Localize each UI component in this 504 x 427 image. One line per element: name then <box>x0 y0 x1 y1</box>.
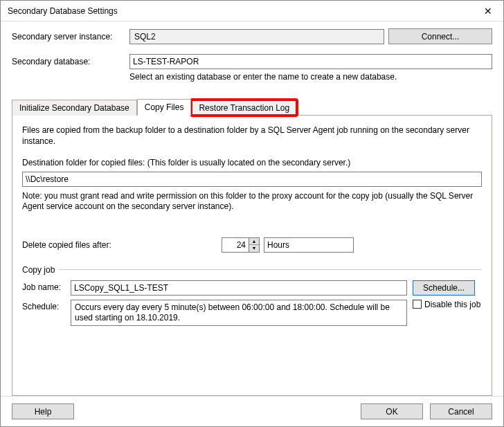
dialog-footer: Help OK Cancel <box>1 396 503 426</box>
titlebar: Secondary Database Settings ✕ <box>1 1 503 21</box>
schedule-button[interactable]: Schedule... <box>413 280 475 296</box>
tab-strip: Initialize Secondary Database Copy Files… <box>12 98 492 116</box>
tab-restore-log[interactable]: Restore Transaction Log <box>191 100 297 116</box>
job-name-input[interactable] <box>71 280 407 296</box>
job-name-label: Job name: <box>22 280 71 292</box>
ok-button[interactable]: OK <box>361 403 423 419</box>
content-area: Secondary server instance: SQL2 Connect.… <box>1 21 503 396</box>
delete-after-value[interactable] <box>222 237 249 253</box>
checkbox-icon <box>413 300 422 309</box>
divider <box>59 269 482 270</box>
tab-panel-copy-files: Files are copied from the backup folder … <box>12 116 492 396</box>
tab-copy-files[interactable]: Copy Files <box>137 99 192 116</box>
dialog-secondary-db-settings: Secondary Database Settings ✕ Secondary … <box>0 0 504 427</box>
delete-after-spinner[interactable]: ▲ ▼ <box>222 237 260 253</box>
copy-job-group: Copy job <box>22 265 482 275</box>
close-button[interactable]: ✕ <box>472 1 503 21</box>
delete-after-label: Delete copied files after: <box>22 240 222 250</box>
disable-job-label: Disable this job <box>424 300 480 309</box>
tab-initialize[interactable]: Initialize Secondary Database <box>12 100 137 116</box>
window-title: Secondary Database Settings <box>8 6 118 16</box>
disable-job-checkbox[interactable]: Disable this job <box>413 300 480 309</box>
secondary-db-label: Secondary database: <box>12 57 129 66</box>
secondary-db-combo[interactable]: LS-TEST-RAPOR <box>129 54 492 69</box>
close-icon: ✕ <box>484 6 492 17</box>
help-button[interactable]: Help <box>12 403 74 419</box>
copy-intro-text: Files are copied from the backup folder … <box>22 125 482 147</box>
permission-note: Note: you must grant read and write perm… <box>22 191 482 212</box>
spinner-up-icon[interactable]: ▲ <box>249 238 259 245</box>
dest-folder-input[interactable] <box>22 172 482 187</box>
copy-job-header: Copy job <box>22 265 59 275</box>
dest-folder-label: Destination folder for copied files: (Th… <box>22 158 482 169</box>
schedule-label: Schedule: <box>22 300 71 311</box>
delete-after-unit[interactable]: Hours <box>264 237 354 253</box>
server-instance-field: SQL2 <box>129 29 384 44</box>
spinner-buttons[interactable]: ▲ ▼ <box>249 237 260 253</box>
schedule-description: Occurs every day every 5 minute(s) betwe… <box>71 300 407 326</box>
server-instance-label: Secondary server instance: <box>12 32 129 42</box>
cancel-button[interactable]: Cancel <box>430 403 492 419</box>
spinner-down-icon[interactable]: ▼ <box>249 245 259 252</box>
connect-button[interactable]: Connect... <box>388 28 492 44</box>
secondary-db-help: Select an existing database or enter the… <box>129 72 492 82</box>
